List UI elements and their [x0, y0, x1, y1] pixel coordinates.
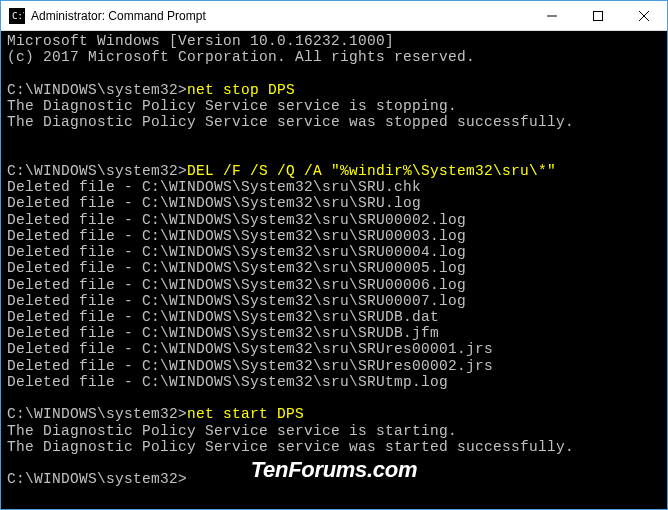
- command-prompt-window: C:\ Administrator: Command Prompt Micros…: [0, 0, 668, 510]
- command-text: DEL /F /S /Q /A "%windir%\System32\sru\*…: [187, 163, 556, 179]
- header-line: (c) 2017 Microsoft Corporation. All righ…: [7, 49, 661, 65]
- output-line: Deleted file - C:\WINDOWS\System32\sru\S…: [7, 341, 661, 357]
- output-line: Deleted file - C:\WINDOWS\System32\sru\S…: [7, 374, 661, 390]
- blank-line: [7, 65, 661, 81]
- command-line: C:\WINDOWS\system32>net stop DPS: [7, 82, 661, 98]
- output-line: Deleted file - C:\WINDOWS\System32\sru\S…: [7, 244, 661, 260]
- output-line: Deleted file - C:\WINDOWS\System32\sru\S…: [7, 293, 661, 309]
- titlebar[interactable]: C:\ Administrator: Command Prompt: [1, 1, 667, 31]
- prompt-line: C:\WINDOWS\system32>: [7, 471, 661, 487]
- output-line: Deleted file - C:\WINDOWS\System32\sru\S…: [7, 309, 661, 325]
- prompt: C:\WINDOWS\system32>: [7, 82, 187, 98]
- output-line: The Diagnostic Policy Service service is…: [7, 98, 661, 114]
- cursor: [187, 471, 196, 487]
- prompt: C:\WINDOWS\system32>: [7, 406, 187, 422]
- blank-line: [7, 390, 661, 406]
- blank-line: [7, 130, 661, 146]
- output-line: Deleted file - C:\WINDOWS\System32\sru\S…: [7, 179, 661, 195]
- command-line: C:\WINDOWS\system32>net start DPS: [7, 406, 661, 422]
- command-text: net stop DPS: [187, 82, 295, 98]
- app-icon: C:\: [9, 8, 25, 24]
- output-line: Deleted file - C:\WINDOWS\System32\sru\S…: [7, 228, 661, 244]
- svg-text:C:\: C:\: [12, 11, 24, 21]
- output-line: The Diagnostic Policy Service service wa…: [7, 439, 661, 455]
- command-text: net start DPS: [187, 406, 304, 422]
- output-line: Deleted file - C:\WINDOWS\System32\sru\S…: [7, 212, 661, 228]
- prompt: C:\WINDOWS\system32>: [7, 471, 187, 487]
- minimize-button[interactable]: [529, 1, 575, 30]
- prompt: C:\WINDOWS\system32>: [7, 163, 187, 179]
- output-line: Deleted file - C:\WINDOWS\System32\sru\S…: [7, 358, 661, 374]
- blank-line: [7, 455, 661, 471]
- output-line: Deleted file - C:\WINDOWS\System32\sru\S…: [7, 195, 661, 211]
- blank-line: [7, 147, 661, 163]
- terminal-output[interactable]: Microsoft Windows [Version 10.0.16232.10…: [1, 31, 667, 509]
- output-line: Deleted file - C:\WINDOWS\System32\sru\S…: [7, 325, 661, 341]
- output-line: Deleted file - C:\WINDOWS\System32\sru\S…: [7, 277, 661, 293]
- output-line: The Diagnostic Policy Service service wa…: [7, 114, 661, 130]
- window-controls: [529, 1, 667, 30]
- close-button[interactable]: [621, 1, 667, 30]
- window-title: Administrator: Command Prompt: [31, 9, 529, 23]
- command-line: C:\WINDOWS\system32>DEL /F /S /Q /A "%wi…: [7, 163, 661, 179]
- svg-rect-3: [594, 11, 603, 20]
- output-line: Deleted file - C:\WINDOWS\System32\sru\S…: [7, 260, 661, 276]
- maximize-button[interactable]: [575, 1, 621, 30]
- header-line: Microsoft Windows [Version 10.0.16232.10…: [7, 33, 661, 49]
- output-line: The Diagnostic Policy Service service is…: [7, 423, 661, 439]
